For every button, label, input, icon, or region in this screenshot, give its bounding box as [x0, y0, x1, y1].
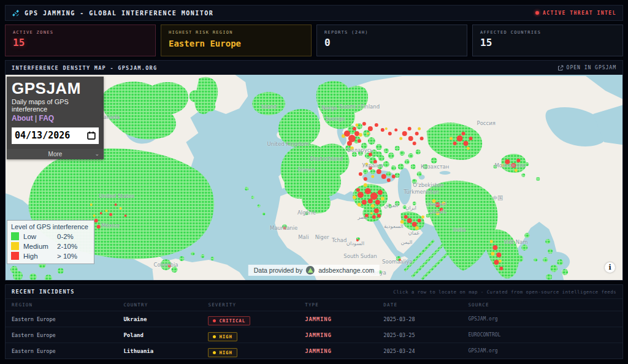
incidents-hint: Click a row to locate on map - Curated f…: [393, 289, 616, 295]
status-badge: ACTIVE THREAT INTEL: [535, 10, 616, 16]
legend-range: 2-10%: [57, 243, 77, 250]
gpsjam-about-link[interactable]: About: [12, 114, 33, 123]
gpsjam-title: GPSJAM: [12, 80, 99, 97]
map-attribution: Data provided by adsbexchange.com: [248, 265, 380, 276]
cell-type: JAMMING: [305, 348, 383, 354]
stat-card-highest-risk: HIGHEST RISK REGION Eastern Europe: [161, 25, 312, 56]
legend-label: Low: [23, 233, 53, 240]
link-divider: |: [35, 114, 37, 123]
cell-source: GPSJAM.org: [468, 316, 616, 322]
cell-severity: HIGH: [208, 345, 305, 357]
caret-icon: ⌄: [94, 151, 99, 157]
cell-region: Eastern Europe: [12, 332, 123, 338]
page-title: GPS JAMMING - GLOBAL INTERFERENCE MONITO…: [25, 10, 213, 17]
legend-color-chip: [11, 242, 19, 250]
cell-region: Eastern Europe: [12, 348, 123, 354]
satellite-icon: [12, 9, 20, 17]
cell-type: JAMMING: [305, 332, 383, 338]
table-row[interactable]: Eastern EuropeLithuaniaHIGHJAMMING2025-0…: [6, 343, 622, 358]
open-in-gpsjam-link[interactable]: OPEN IN GPSJAM: [557, 65, 616, 71]
column-header: REGION: [12, 302, 123, 308]
table-row[interactable]: Eastern EuropeUkraineCRITICALJAMMING2025…: [6, 311, 622, 327]
cell-source: GPSJAM.org: [468, 348, 616, 354]
interference-map[interactable]: CanadaUnited StatesMéxicoColombiaIslandU…: [6, 75, 622, 280]
legend-title: Level of GPS interference: [11, 223, 88, 230]
external-link-icon: [557, 65, 564, 71]
legend-color-chip: [11, 232, 19, 240]
info-icon[interactable]: i: [605, 262, 615, 273]
stat-label: AFFECTED COUNTRIES: [480, 30, 615, 35]
map-panel-header: INTERFERENCE DENSITY MAP - GPSJAM.ORG OP…: [6, 61, 622, 75]
table-header: REGIONCOUNTRYSEVERITYTYPEDATESOURCE: [6, 298, 622, 311]
cell-severity: HIGH: [208, 329, 305, 341]
alert-dot-icon: [535, 11, 539, 15]
calendar-icon: [87, 131, 96, 140]
adsbexchange-logo-icon: [306, 266, 315, 275]
map-panel: INTERFERENCE DENSITY MAP - GPSJAM.ORG OP…: [5, 60, 623, 281]
date-input[interactable]: 04/13/2026: [12, 127, 99, 144]
cell-date: 2025-03-25: [383, 332, 468, 338]
gpsjam-faq-link[interactable]: FAQ: [39, 114, 54, 123]
cell-severity: CRITICAL: [208, 313, 305, 325]
column-header: TYPE: [305, 302, 383, 308]
column-header: COUNTRY: [123, 302, 208, 308]
legend-label: Medium: [23, 243, 53, 250]
severity-dot-icon: [213, 319, 216, 322]
cell-source: EUROCONTROL: [468, 332, 616, 338]
legend-color-chip: [11, 252, 19, 260]
legend-range: 0-2%: [57, 233, 74, 240]
gpsjam-subtitle: Daily maps of GPS interference: [12, 98, 99, 113]
stat-label: REPORTS (24H): [324, 30, 459, 35]
more-button[interactable]: More ⌄: [7, 149, 104, 159]
app-header: GPS JAMMING - GLOBAL INTERFERENCE MONITO…: [5, 5, 623, 21]
map-panel-title: INTERFERENCE DENSITY MAP - GPSJAM.ORG: [12, 65, 157, 71]
attribution-link[interactable]: adsbexchange.com: [318, 267, 374, 274]
severity-dot-icon: [213, 351, 216, 354]
stat-value: 0: [324, 38, 459, 48]
stat-card-reports: REPORTS (24H) 0: [316, 25, 467, 56]
stat-card-affected-countries: AFFECTED COUNTRIES 15: [472, 25, 623, 56]
stat-value: 15: [13, 38, 148, 48]
stats-row: ACTIVE ZONES 15 HIGHEST RISK REGION East…: [5, 25, 623, 56]
legend-range: > 10%: [57, 252, 77, 260]
column-header: DATE: [383, 302, 468, 308]
table-row[interactable]: Eastern EuropePolandHIGHJAMMING2025-03-2…: [6, 327, 622, 343]
severity-badge: CRITICAL: [208, 316, 250, 325]
legend-item: Medium2-10%: [11, 242, 88, 250]
incidents-tbody: Eastern EuropeUkraineCRITICALJAMMING2025…: [6, 311, 622, 358]
cell-country: Poland: [123, 332, 208, 338]
column-header: SOURCE: [468, 302, 616, 308]
gpsjam-widget: GPSJAM Daily maps of GPS interference Ab…: [7, 77, 104, 159]
cell-type: JAMMING: [305, 316, 383, 322]
stat-label: ACTIVE ZONES: [13, 30, 148, 35]
incidents-panel: RECENT INCIDENTS Click a row to locate o…: [5, 284, 623, 359]
cell-country: Ukraine: [123, 316, 208, 322]
cell-region: Eastern Europe: [12, 316, 123, 322]
stat-label: HIGHEST RISK REGION: [169, 30, 304, 35]
cell-country: Lithuania: [123, 348, 208, 354]
stat-value: 15: [480, 38, 615, 48]
severity-badge: HIGH: [208, 348, 237, 357]
stat-value: Eastern Europe: [169, 38, 304, 48]
legend-rows: Low0-2%Medium2-10%High> 10%: [11, 232, 88, 260]
legend-item: High> 10%: [11, 252, 88, 260]
severity-badge: HIGH: [208, 332, 237, 341]
severity-dot-icon: [213, 335, 216, 338]
legend-item: Low0-2%: [11, 232, 88, 240]
stat-card-active-zones: ACTIVE ZONES 15: [5, 25, 156, 56]
cell-date: 2025-03-28: [383, 316, 468, 322]
map-legend: Level of GPS interference Low0-2%Medium2…: [7, 220, 94, 264]
incidents-title: RECENT INCIDENTS: [12, 289, 75, 295]
cell-date: 2025-03-24: [383, 348, 468, 354]
legend-label: High: [23, 252, 53, 260]
column-header: SEVERITY: [208, 302, 305, 308]
dashboard: GPS JAMMING - GLOBAL INTERFERENCE MONITO…: [0, 0, 628, 364]
